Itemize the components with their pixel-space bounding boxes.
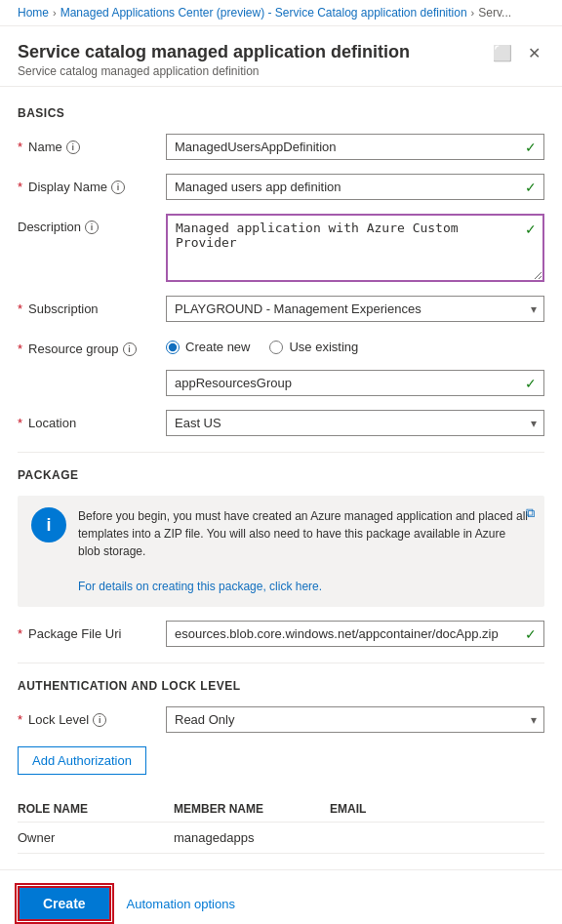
breadcrumb-managed-apps[interactable]: Managed Applications Center (preview) - … [60,6,467,20]
name-label: Name [28,140,62,154]
name-info-icon: i [66,141,80,154]
description-info-icon: i [85,221,99,234]
package-uri-input[interactable] [166,621,544,647]
lock-level-label: Lock Level [28,712,89,727]
lock-level-select[interactable]: Read Only [166,706,544,733]
lock-level-info-icon: i [93,713,106,727]
close-button[interactable]: ✕ [524,42,544,64]
package-uri-label: Package File Uri [28,626,121,641]
breadcrumb-current: Serv... [478,6,511,20]
info-box-text-main: Before you begin, you must have created … [78,509,528,558]
info-box-text-link[interactable]: For details on creating this package, cl… [78,580,322,593]
name-check-icon: ✓ [525,140,537,155]
table-cell-member: managedapps [174,830,330,845]
bottom-bar: Create Automation options [0,869,562,924]
package-section-title: PACKAGE [18,468,544,482]
col-header-role: ROLE NAME [18,802,174,816]
auth-section-title: AUTHENTICATION AND LOCK LEVEL [18,679,544,693]
breadcrumb: Home › Managed Applications Center (prev… [0,0,562,26]
resource-group-info-icon: i [123,342,137,356]
create-button[interactable]: Create [18,886,111,921]
authorization-table: ROLE NAME MEMBER NAME EMAIL Owner manage… [18,796,544,854]
resource-group-check-icon: ✓ [525,376,537,391]
display-name-input[interactable] [166,174,544,200]
col-header-email: EMAIL [330,802,544,816]
display-name-check-icon: ✓ [525,180,537,195]
subscription-label: Subscription [28,301,99,316]
description-check-icon: ✓ [525,221,537,237]
name-input[interactable] [166,134,544,160]
display-name-label: Display Name [28,180,107,194]
location-label: Location [28,416,76,430]
lock-level-required-star: * [18,712,22,727]
package-uri-required-star: * [18,626,22,641]
use-existing-radio[interactable] [269,341,283,354]
breadcrumb-sep-1: › [53,7,57,19]
table-row: Owner managedapps [18,823,544,854]
resource-group-input[interactable] [166,370,544,396]
create-new-radio[interactable] [166,341,180,354]
automation-options-link[interactable]: Automation options [127,897,235,911]
external-link-icon[interactable]: ⧉ [526,505,535,521]
use-existing-label: Use existing [289,340,358,354]
location-required-star: * [18,416,22,430]
resource-group-required-star: * [18,341,22,356]
resource-group-label: Resource group [28,341,119,356]
package-info-box: i Before you begin, you must have create… [18,496,544,607]
description-label: Description [18,220,81,234]
col-header-member: MEMBER NAME [174,802,330,816]
package-uri-check-icon: ✓ [525,626,537,642]
subscription-select[interactable]: PLAYGROUND - Management Experiences [166,296,544,322]
basics-section-title: BASICS [18,106,544,120]
maximize-button[interactable]: ⬜ [489,42,516,64]
breadcrumb-sep-2: › [471,7,475,19]
breadcrumb-home[interactable]: Home [18,6,49,20]
subscription-required-star: * [18,301,22,316]
page-subtitle: Service catalog managed application defi… [18,64,410,78]
page-title: Service catalog managed application defi… [18,42,410,62]
description-input[interactable]: Managed application with Azure Custom Pr… [166,214,544,282]
location-select[interactable]: East US [166,410,544,436]
add-authorization-button[interactable]: Add Authorization [18,746,146,775]
display-name-required-star: * [18,180,22,194]
display-name-info-icon: i [111,181,125,194]
create-new-label: Create new [185,340,250,354]
info-box-icon: i [31,507,66,542]
table-cell-role: Owner [18,830,174,845]
name-required-star: * [18,140,22,154]
